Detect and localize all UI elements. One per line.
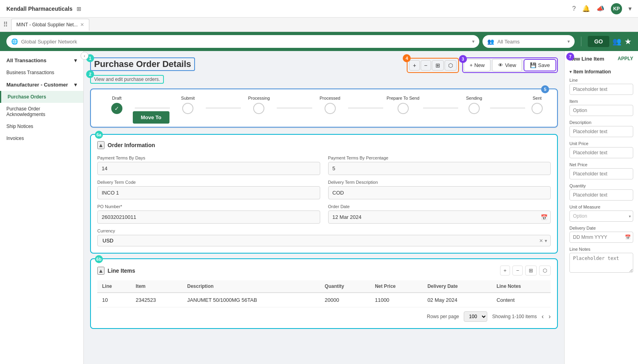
sidebar-item-invoices[interactable]: Invoices — [0, 132, 83, 144]
delivery-term-desc-input[interactable] — [328, 186, 551, 199]
chevron-down-icon: ▾ — [74, 57, 77, 63]
team-input[interactable] — [497, 39, 564, 45]
export-line-items-button[interactable]: ⬡ — [539, 266, 551, 275]
chevron-down-icon[interactable]: ▾ — [628, 5, 632, 12]
search-input[interactable] — [21, 39, 469, 45]
cell-net-price: 11000 — [370, 293, 423, 307]
next-page-button[interactable]: › — [549, 313, 551, 320]
minus-icon-button[interactable]: − — [421, 60, 431, 71]
currency-chevron-icon[interactable]: ▾ — [545, 238, 547, 244]
rp-uom-group: Unit of Measure Option EA KG ▾ — [569, 205, 633, 222]
payment-terms-pct-input[interactable] — [328, 162, 551, 175]
rp-description-group: Description — [569, 120, 633, 137]
sidebar-item-po-acknowledgments[interactable]: Purchase Order Acknowledgments — [0, 103, 83, 120]
item-info-label: Item Information — [573, 69, 611, 75]
delivery-term-code-group: Delivery Term Code — [97, 180, 320, 199]
line-items-section: 6b ▲ Line Items + − ⊞ ⬡ Line Item — [90, 258, 558, 329]
go-button[interactable]: GO — [588, 36, 609, 47]
table-icon-button[interactable]: ⊞ — [432, 60, 444, 71]
rp-line-notes-input[interactable] — [569, 253, 633, 273]
team-chevron-icon[interactable]: ▾ — [567, 39, 570, 44]
search-divider — [581, 37, 581, 46]
grid-icon[interactable]: ⠿ — [3, 21, 8, 28]
view-button[interactable]: 👁 View — [492, 59, 522, 71]
payment-terms-days-input[interactable] — [97, 162, 320, 175]
page-title: Purchase Order Details — [90, 57, 195, 71]
order-information-section: 6a ▲ Order Information Payment Terms By … — [90, 134, 558, 254]
rp-item-group: Item — [569, 99, 633, 116]
add-line-item-button[interactable]: + — [500, 266, 510, 275]
rows-per-page-label: Rows per page — [427, 314, 459, 319]
sidebar-item-purchase-orders[interactable]: Purchase Orders — [0, 91, 83, 103]
team-icon: 👥 — [487, 38, 494, 45]
calendar-icon[interactable]: 📅 — [541, 214, 547, 220]
rp-description-label: Description — [569, 120, 633, 125]
cell-item: 2342523 — [131, 293, 182, 307]
search-wrapper: 🌐 ▾ — [6, 35, 479, 48]
currency-label: Currency — [97, 228, 551, 233]
search-chevron-icon[interactable]: ▾ — [472, 39, 475, 44]
tab-mint[interactable]: MINT - Global Supplier Net... ✕ — [11, 19, 89, 31]
step-sent: Sent — [525, 96, 549, 114]
top-bar-right: ? 🔔 📣 KP ▾ — [572, 3, 632, 14]
rp-uom-select[interactable]: Option EA KG — [569, 211, 633, 222]
avatar[interactable]: KP — [611, 3, 622, 14]
add-icon-button[interactable]: + — [409, 60, 419, 71]
rp-line-input[interactable] — [569, 84, 633, 95]
collapse-item-info-icon[interactable]: ▾ — [569, 69, 572, 75]
sidebar-item-all-transactions[interactable]: All Transactions ▾ — [0, 54, 83, 67]
col-line-notes: Line Notes — [492, 280, 551, 293]
step-sending: Sending — [458, 96, 490, 114]
collapse-order-info-button[interactable]: ▲ — [97, 141, 104, 149]
rp-unit-price-input[interactable] — [569, 147, 633, 158]
connector-4 — [348, 108, 383, 108]
delivery-term-code-input[interactable] — [97, 186, 320, 199]
new-button[interactable]: + New — [464, 59, 491, 71]
step-processing: Processing — [241, 96, 277, 114]
currency-wrapper: ✕ ▾ — [97, 235, 551, 246]
cell-quantity: 20000 — [320, 293, 370, 307]
currency-input[interactable] — [101, 235, 538, 246]
po-number-input[interactable] — [97, 211, 320, 224]
notification-icon[interactable]: 🔔 — [582, 5, 590, 12]
save-button[interactable]: 💾 Save — [524, 59, 556, 71]
eye-icon: 👁 — [498, 62, 503, 68]
collapse-line-items-button[interactable]: ▲ — [97, 267, 104, 275]
move-to-button[interactable]: Move To — [133, 111, 169, 124]
save-icon: 💾 — [530, 62, 536, 68]
rp-net-price-input[interactable] — [569, 168, 633, 179]
apply-button[interactable]: APPLY — [618, 56, 633, 61]
sidebar-collapse-button[interactable]: ‹ — [81, 52, 89, 60]
bell-icon[interactable]: 📣 — [597, 5, 605, 12]
rp-delivery-date-input[interactable] — [569, 232, 633, 243]
remove-line-item-button[interactable]: − — [512, 266, 523, 275]
step-processed: Processed — [312, 96, 348, 114]
tab-close-icon[interactable]: ✕ — [80, 22, 84, 28]
cell-line: 10 — [97, 293, 131, 307]
rp-delivery-date-label: Delivery Date — [569, 226, 633, 230]
sidebar-item-manufacturer-customer[interactable]: Manufacturer - Customer ▾ — [0, 79, 83, 91]
prev-page-button[interactable]: ‹ — [542, 313, 543, 320]
order-date-input[interactable] — [328, 211, 551, 224]
cell-description: JANUMET 50/1000MG 56TAB — [183, 293, 320, 307]
table-view-button[interactable]: ⊞ — [525, 266, 537, 275]
col-net-price: Net Price — [370, 280, 423, 293]
chevron-down-icon: ▾ — [74, 82, 77, 88]
table-row[interactable]: 10 2342523 JANUMET 50/1000MG 56TAB 20000… — [97, 293, 551, 307]
sidebar-item-business-transactions[interactable]: Business Transactions — [0, 67, 83, 79]
help-icon[interactable]: ? — [572, 5, 576, 12]
col-item: Item — [131, 280, 182, 293]
rp-item-input[interactable] — [569, 105, 633, 116]
currency-clear-icon[interactable]: ✕ — [539, 238, 543, 244]
rp-uom-select-wrapper: Option EA KG ▾ — [569, 211, 633, 222]
rows-per-page-select[interactable]: 100 50 25 — [464, 311, 487, 322]
sidebar-item-ship-notices[interactable]: Ship Notices — [0, 120, 83, 132]
order-date-wrapper: 📅 — [328, 211, 551, 224]
star-icon[interactable]: ★ — [624, 37, 632, 46]
home-icon[interactable]: ⊞ — [77, 6, 81, 12]
people-icon[interactable]: 👥 — [612, 37, 621, 46]
rp-description-input[interactable] — [569, 126, 633, 137]
export-icon-button[interactable]: ⬡ — [445, 60, 457, 71]
badge-6a: 6a — [95, 131, 103, 139]
rp-quantity-input[interactable] — [569, 189, 633, 201]
